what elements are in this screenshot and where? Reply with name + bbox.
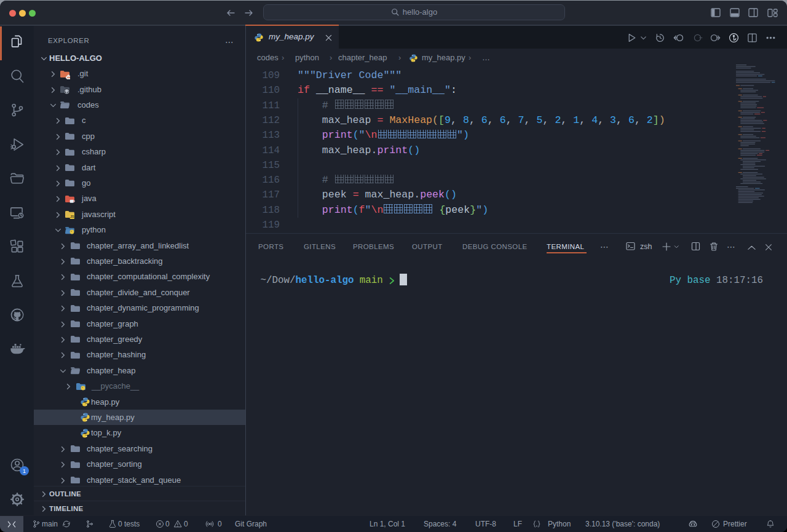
svg-text:JS: JS [70, 215, 74, 219]
